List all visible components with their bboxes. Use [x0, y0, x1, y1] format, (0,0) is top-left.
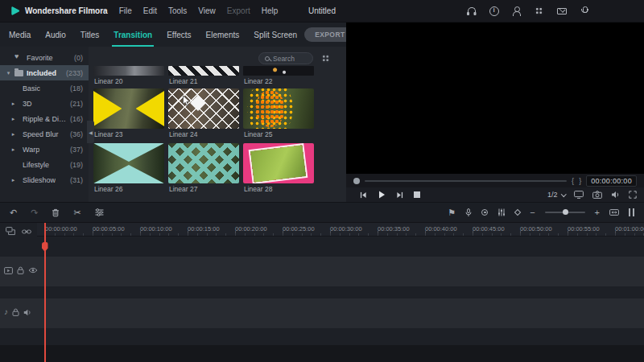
menu-item[interactable]: Tools — [168, 6, 187, 15]
mail-icon[interactable] — [556, 6, 567, 16]
transition-thumbnail[interactable] — [93, 88, 164, 129]
playhead[interactable] — [44, 223, 46, 362]
next-frame-button[interactable] — [396, 191, 403, 199]
sidebar-item[interactable]: ▸ Warp (37) — [0, 142, 89, 157]
account-icon[interactable] — [511, 6, 522, 16]
playhead-pin[interactable] — [42, 242, 48, 252]
lock-track-button[interactable] — [17, 266, 24, 274]
category-count: (37) — [70, 146, 83, 154]
category-count: (0) — [74, 54, 83, 62]
adjust-button[interactable] — [95, 208, 104, 216]
panel-toggle-button[interactable] — [629, 208, 634, 216]
menu-item[interactable]: View — [198, 6, 216, 15]
tab[interactable]: Media — [2, 23, 38, 47]
zoom-in-button[interactable]: + — [595, 208, 600, 217]
record-button[interactable] — [481, 209, 488, 216]
transition-item[interactable]: Linear 24 — [168, 88, 239, 139]
transition-thumbnail[interactable] — [243, 66, 314, 76]
sidebar-item[interactable]: ▸ 3D (21) — [0, 96, 89, 111]
seek-track[interactable] — [365, 180, 567, 182]
zoom-slider-thumb[interactable] — [563, 209, 568, 215]
mark-in-icon[interactable]: { — [572, 177, 574, 185]
zoom-slider[interactable] — [545, 212, 585, 213]
stop-button[interactable] — [414, 191, 420, 198]
tab[interactable]: Audio — [38, 23, 73, 47]
sidebar-item[interactable]: Lifestyle (19) — [0, 157, 89, 172]
transition-item[interactable]: Linear 22 — [243, 66, 314, 86]
mute-track-button[interactable] — [23, 309, 31, 316]
fullscreen-button[interactable] — [629, 191, 637, 199]
grid-view-icon[interactable] — [321, 54, 330, 63]
transition-item[interactable]: Linear 27 — [168, 143, 239, 194]
category-label: Ripple & Dissolve — [23, 115, 67, 123]
headset-icon[interactable] — [466, 6, 477, 16]
undo-button[interactable]: ↶ — [10, 208, 17, 217]
transition-thumbnail[interactable] — [93, 66, 164, 76]
category-label: Favorite — [27, 54, 53, 62]
transition-thumbnail[interactable] — [243, 88, 314, 129]
marker-button[interactable]: ⚑ — [448, 208, 456, 217]
category-label: Speed Blur — [23, 130, 59, 138]
info-icon[interactable] — [489, 6, 499, 16]
tab[interactable]: Elements — [199, 23, 247, 47]
sidebar-item[interactable]: ▸ Speed Blur (36) — [0, 126, 89, 142]
tab[interactable]: Titles — [73, 23, 107, 47]
manage-tracks-button[interactable] — [6, 227, 15, 236]
vertical-bars-icon — [629, 208, 634, 216]
lock-audio-track-button[interactable] — [12, 308, 19, 316]
apps-grid-icon[interactable] — [534, 6, 544, 16]
menu-item[interactable]: Edit — [143, 6, 157, 15]
volume-button[interactable] — [611, 191, 620, 199]
tab[interactable]: Split Screen — [246, 23, 304, 47]
menu-item[interactable]: File — [119, 6, 132, 15]
ruler-tick-label: 00:00:55:00 — [568, 223, 615, 236]
link-clips-button[interactable] — [22, 227, 31, 236]
menu-item[interactable]: Export — [227, 6, 250, 15]
preview-page-selector[interactable]: 1/2 — [547, 191, 565, 199]
split-button[interactable]: ✂ — [73, 208, 80, 217]
timeline-ruler[interactable]: 00:00:00:0000:00:05:0000:00:10:0000:00:1… — [37, 223, 644, 237]
transition-thumbnail[interactable] — [168, 88, 239, 129]
display-settings-button[interactable] — [574, 191, 584, 199]
transition-item[interactable]: Linear 21 — [168, 66, 239, 86]
category-count: (19) — [70, 161, 83, 169]
mark-out-icon[interactable]: } — [579, 177, 581, 185]
redo-button[interactable]: ↷ — [31, 208, 38, 217]
transition-item[interactable]: Linear 20 — [93, 66, 164, 86]
transition-item[interactable]: Linear 28 — [243, 143, 314, 194]
search-box[interactable] — [258, 52, 313, 64]
microphone-icon[interactable] — [579, 6, 589, 16]
sidebar-collapse-handle[interactable]: ◀ — [87, 121, 94, 143]
search-input[interactable] — [273, 55, 308, 63]
audio-mixer-button[interactable] — [497, 208, 506, 216]
transition-thumbnail[interactable] — [243, 143, 314, 183]
sidebar-item[interactable]: ▾ Included (233) — [0, 65, 89, 80]
sidebar-item[interactable]: ▸ Ripple & Dissolve (16) — [0, 111, 89, 126]
transition-item[interactable]: Linear 23 — [93, 88, 164, 139]
transition-thumbnail[interactable] — [93, 143, 164, 183]
transition-item[interactable]: Linear 26 — [93, 143, 164, 194]
sidebar-item[interactable]: ▸ Slideshow (31) — [0, 172, 89, 187]
tab[interactable]: Effects — [159, 23, 198, 47]
seek-handle[interactable] — [353, 178, 360, 184]
voiceover-button[interactable] — [465, 208, 472, 217]
fit-timeline-button[interactable] — [609, 208, 619, 216]
snapshot-camera-button[interactable] — [592, 191, 602, 199]
audio-track-icon[interactable]: ♪ — [4, 308, 8, 316]
video-track-icon[interactable] — [4, 267, 13, 274]
redo-icon: ↷ — [31, 208, 38, 217]
keyframe-button[interactable] — [515, 210, 520, 215]
sidebar-item[interactable]: Basic (18) — [0, 80, 89, 96]
category-label: Basic — [23, 84, 40, 93]
menu-item[interactable]: Help — [262, 6, 279, 15]
play-button[interactable] — [378, 191, 386, 199]
transition-grid-area: Linear 20 Linear 21 Linear 22 — [89, 47, 346, 202]
previous-frame-button[interactable] — [360, 191, 367, 199]
transition-item[interactable]: Linear 25 — [243, 88, 314, 139]
transition-thumbnail[interactable] — [168, 143, 239, 183]
zoom-out-button[interactable]: − — [530, 208, 535, 217]
sidebar-item[interactable]: Favorite (0) — [0, 50, 89, 65]
transition-thumbnail[interactable] — [168, 66, 239, 76]
delete-button[interactable] — [52, 208, 60, 217]
tab[interactable]: Transition — [106, 23, 159, 47]
